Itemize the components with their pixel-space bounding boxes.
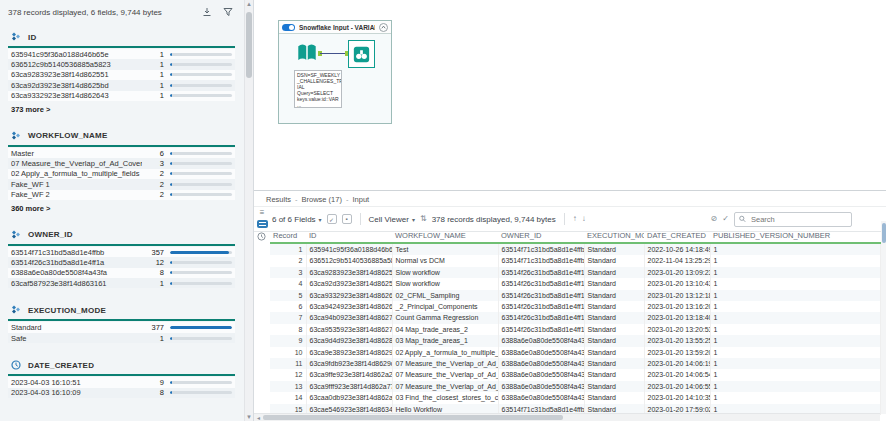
cell-published-version-number: 1: [710, 278, 880, 289]
table-row[interactable]: 13 63ca9fff923e38f14d862a77 07 Measure_t…: [270, 381, 880, 392]
field-value-row[interactable]: 63ca92d3923e38f14d8625bd 1: [8, 80, 235, 90]
container-enabled-toggle[interactable]: [282, 24, 295, 31]
table-row[interactable]: 7 63ca94b0923e38f14d862765 Count Gamma R…: [270, 312, 880, 323]
select-fields-square-button[interactable]: ▪: [342, 214, 352, 224]
field-value-row[interactable]: 2023-04-03 16:10:09 8: [8, 388, 235, 398]
breadcrumb-anchor: Input: [352, 195, 369, 204]
field-value-row[interactable]: 63ca9332923e38f14d862643 1: [8, 91, 235, 101]
table-row[interactable]: 10 63ca9e38923e38f14d862953 02 Apply_a_f…: [270, 347, 880, 358]
results-left-strip: ≡: [254, 206, 270, 228]
select-fields-check-button[interactable]: ✓: [327, 214, 337, 224]
input-data-tool-icon[interactable]: [296, 42, 318, 64]
results-vertical-scrollbar[interactable]: [881, 221, 886, 414]
field-count: 8: [142, 388, 164, 397]
column-header-workflow-name[interactable]: WORKFLOW_NAME: [392, 229, 498, 243]
table-row[interactable]: 11 63ca9fdb923e38f14d8629de 07 Measure_t…: [270, 358, 880, 369]
field-value-row[interactable]: 2023-04-03 16:10:51 9: [8, 377, 235, 387]
field-value-row[interactable]: 636512c9b5140536885a5823 1: [8, 59, 235, 69]
table-row[interactable]: 2 636512c9b5140536885a5823 Normal vs DCM…: [270, 255, 880, 266]
table-row[interactable]: 14 63caa0db923e38f14d862ae6 03 Find_the_…: [270, 392, 880, 403]
cell-execution-mode: Standard: [584, 392, 644, 403]
table-row[interactable]: 8 63ca9535923e38f14d8627e4 04 Map_trade_…: [270, 324, 880, 335]
container-collapse-button[interactable]: [379, 23, 388, 32]
more-values-link[interactable]: 373 more >: [8, 101, 235, 114]
field-value: 63514f26c31bd5a8d1e4ff1a: [11, 258, 142, 267]
column-header-execution-mode[interactable]: EXECUTION_MODE: [584, 229, 644, 243]
column-header-record[interactable]: Record: [270, 229, 306, 243]
column-header-id[interactable]: ID: [306, 229, 392, 243]
fields-dropdown[interactable]: 6 of 6 Fields ▾: [272, 215, 322, 224]
scroll-left-icon[interactable]: ◄: [254, 415, 263, 421]
filter-icon[interactable]: [222, 7, 233, 18]
profile-panel-scrollbar[interactable]: ▲ ▼: [244, 0, 253, 421]
container-titlebar: Snowflake Input - VARIANT: [279, 21, 391, 34]
table-row[interactable]: 6 63ca9424923e38f14d8626e1 _2_Principal_…: [270, 301, 880, 312]
cell-record: 10: [270, 347, 306, 358]
field-value-row[interactable]: Standard 377: [8, 322, 235, 332]
cell-owner-id: 6388a6e0a80de5508f4a43fa: [498, 358, 584, 369]
field-value: 635941c95f36a0188d46b65e: [11, 50, 142, 59]
field-count-bar: [170, 63, 232, 66]
column-header-owner-id[interactable]: OWNER_ID: [498, 229, 584, 243]
no-symbol-icon[interactable]: ⊘: [711, 215, 718, 223]
scrollbar-thumb[interactable]: [263, 415, 563, 420]
cell-id: 63ca9fdb923e38f14d8629de: [306, 358, 392, 369]
field-count-bar: [170, 381, 232, 384]
cell-published-version-number: 1: [710, 335, 880, 346]
scrollbar-thumb[interactable]: [882, 223, 886, 243]
connection-line[interactable]: [320, 53, 346, 54]
column-header-published-version-number[interactable]: PUBLISHED_VERSION_NUMBER: [710, 229, 880, 243]
results-horizontal-scrollbar[interactable]: ◄: [254, 413, 880, 421]
workflow-canvas[interactable]: Snowflake Input - VARIANT: [254, 0, 886, 190]
table-row[interactable]: 12 63ca9ffe923e38f14d862a2e 07 Measure_t…: [270, 369, 880, 380]
scroll-up-icon[interactable]: ▲: [245, 1, 253, 7]
table-row[interactable]: 9 63ca9d4d923e38f14d8628ef 03 Map_trade_…: [270, 335, 880, 346]
table-row[interactable]: 1 635941c95f36a0188d46b65e Test 63514f71…: [270, 243, 880, 255]
cell-published-version-number: 1: [710, 290, 880, 301]
column-header-date-created[interactable]: DATE_CREATED: [644, 229, 710, 243]
cell-record: 3: [270, 267, 306, 278]
more-values-link[interactable]: 360 more >: [8, 200, 235, 213]
tool-container-snowflake-input[interactable]: Snowflake Input - VARIANT: [278, 20, 392, 124]
scrollbar-thumb[interactable]: [246, 12, 252, 78]
scroll-down-icon[interactable]: ▼: [245, 414, 253, 420]
arrow-down-icon[interactable]: ↓: [582, 215, 586, 223]
field-value: 2023-04-03 16:10:09: [11, 388, 142, 397]
check-icon[interactable]: ✓: [722, 215, 729, 223]
download-icon[interactable]: [201, 7, 212, 18]
data-profile-icon[interactable]: [257, 220, 268, 228]
menu-icon[interactable]: ≡: [260, 209, 265, 217]
cell-workflow-name: 07 Measure_the_Vverlap_of_Ad_Coverage: [392, 369, 498, 380]
field-value-row[interactable]: Fake_WF 2 2: [8, 190, 235, 200]
field-value-row[interactable]: 6388a6e0a80de5508f4a43fa 8: [8, 268, 235, 278]
table-row[interactable]: 4 63ca92d3923e38f14d8625bd Slow workflow…: [270, 278, 880, 289]
field-value-row[interactable]: 07 Measure_the_Vverlap_of_Ad_Coverage 3: [8, 158, 235, 168]
cell-id: 63caa0db923e38f14d862ae6: [306, 392, 392, 403]
arrow-up-icon[interactable]: ↑: [573, 215, 577, 223]
cell-viewer-dropdown[interactable]: Cell Viewer ▾: [369, 215, 415, 224]
tool-annotation[interactable]: DSN=SF_WEEKLY _CHALLENGES_TR IAL Query=S…: [294, 70, 342, 108]
field-value-row[interactable]: 63514f26c31bd5a8d1e4ff1a 12: [8, 257, 235, 267]
field-value-row[interactable]: 635941c95f36a0188d46b65e 1: [8, 49, 235, 59]
field-value-row[interactable]: 02 Apply_a_formula_to_multiple_fields 2: [8, 169, 235, 179]
cell-workflow-name: 07 Measure_the_Vverlap_of_Ad_Coverage: [392, 381, 498, 392]
cell-owner-id: 63514f26c31bd5a8d1e4ff1a: [498, 267, 584, 278]
field-value-row[interactable]: Safe 1: [8, 333, 235, 343]
field-count: 3: [142, 159, 164, 168]
field-count-bar: [170, 162, 232, 165]
field-value-row[interactable]: 63caf587923e38f14d863161 1: [8, 278, 235, 288]
field-type-datetime-icon: [11, 360, 21, 370]
field-value-row[interactable]: Master 6: [8, 148, 235, 158]
field-value-row[interactable]: 63514f71c31bd5a8d1e4ffbb 357: [8, 247, 235, 257]
cell-id: 63ca9fff923e38f14d862a77: [306, 381, 392, 392]
browse-tool-selected-box[interactable]: [348, 40, 375, 68]
sort-icon[interactable]: ⇅: [420, 215, 427, 223]
field-value-row[interactable]: Fake_WF 1 2: [8, 179, 235, 189]
search-input[interactable]: [749, 214, 847, 225]
table-row[interactable]: 5 63ca9332923e38f14d862643 02_CFML_Sampl…: [270, 290, 880, 301]
field-name: WORKFLOW_NAME: [28, 131, 107, 140]
cell-workflow-name: Count Gamma Regression: [392, 312, 498, 323]
field-value-row[interactable]: 63ca9283923e38f14d862551 1: [8, 70, 235, 80]
field-accent-rule: [8, 46, 235, 48]
table-row[interactable]: 3 63ca9283923e38f14d862551 Slow workflow…: [270, 267, 880, 278]
